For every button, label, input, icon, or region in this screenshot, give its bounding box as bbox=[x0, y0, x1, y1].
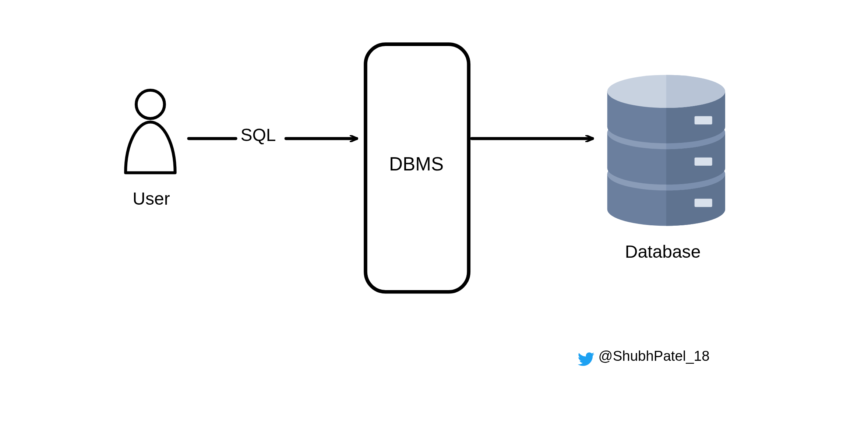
credit-handle: @ShubhPatel_18 bbox=[599, 348, 710, 364]
user-icon bbox=[126, 90, 175, 173]
sql-edge-label: SQL bbox=[240, 125, 276, 145]
svg-rect-8 bbox=[695, 116, 712, 124]
diagram-canvas: User SQL DBMS Database @ShubhPatel_18 bbox=[0, 0, 868, 444]
diagram-svg bbox=[0, 0, 868, 444]
database-label: Database bbox=[625, 242, 701, 262]
database-icon bbox=[607, 75, 725, 226]
svg-point-0 bbox=[136, 90, 165, 119]
dbms-label: DBMS bbox=[389, 153, 444, 175]
svg-rect-4 bbox=[695, 199, 712, 207]
user-label: User bbox=[133, 189, 170, 209]
svg-rect-6 bbox=[695, 158, 712, 166]
twitter-icon bbox=[578, 352, 594, 366]
